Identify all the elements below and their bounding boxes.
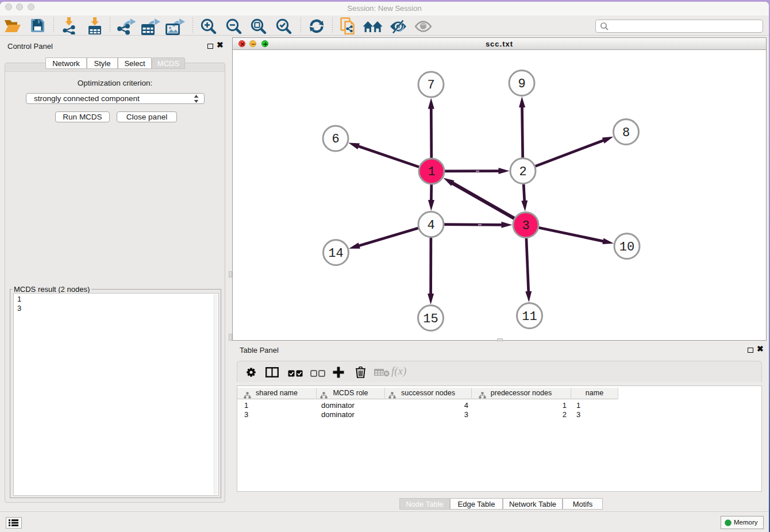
svg-text:8: 8: [622, 126, 630, 140]
svg-text:6: 6: [332, 132, 339, 147]
svg-text:9: 9: [518, 77, 525, 91]
svg-text:4: 4: [427, 218, 434, 233]
svg-text:10: 10: [619, 240, 634, 255]
svg-text:7: 7: [427, 78, 434, 92]
svg-text:15: 15: [423, 312, 438, 326]
svg-text:1: 1: [428, 165, 435, 179]
svg-text:3: 3: [522, 219, 529, 233]
svg-text:11: 11: [522, 310, 537, 324]
svg-text:14: 14: [328, 246, 343, 261]
svg-text:2: 2: [519, 165, 526, 179]
